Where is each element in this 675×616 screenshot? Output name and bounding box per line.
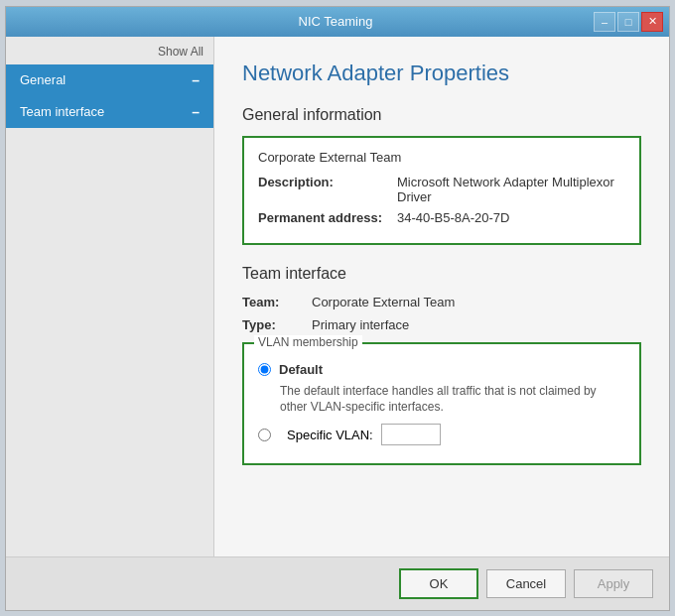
- description-value: Microsoft Network Adapter Multiplexor Dr…: [397, 175, 625, 204]
- footer: OK Cancel Apply: [6, 556, 669, 610]
- page-title: Network Adapter Properties: [242, 61, 641, 86]
- vlan-box: VLAN membership Default The default inte…: [242, 342, 641, 466]
- description-row: Description: Microsoft Network Adapter M…: [258, 175, 625, 204]
- specific-vlan-option: Specific VLAN:: [258, 424, 625, 445]
- general-info-box: Corporate External Team Description: Mic…: [242, 136, 641, 245]
- content-area: Show All General – Team interface – Netw…: [6, 37, 669, 556]
- sidebar-general-icon: –: [192, 72, 200, 88]
- window-title: NIC Teaming: [77, 14, 594, 29]
- default-radio[interactable]: [258, 363, 271, 376]
- sidebar-general-label: General: [20, 72, 66, 87]
- team-section-title: Team interface: [242, 265, 641, 283]
- apply-button[interactable]: Apply: [574, 569, 653, 598]
- adapter-name: Corporate External Team: [258, 150, 625, 165]
- permanent-address-label: Permanent address:: [258, 210, 397, 225]
- show-all-label[interactable]: Show All: [6, 41, 213, 64]
- type-value: Primary interface: [312, 317, 409, 332]
- default-description: The default interface handles all traffi…: [280, 383, 625, 417]
- type-row: Type: Primary interface: [242, 317, 641, 332]
- specific-vlan-input[interactable]: [381, 424, 441, 445]
- default-radio-label[interactable]: Default: [279, 362, 323, 377]
- default-radio-option: Default: [258, 362, 625, 377]
- minimize-button[interactable]: –: [594, 12, 615, 32]
- type-label: Type:: [242, 317, 312, 332]
- titlebar-buttons: – □ ✕: [594, 12, 663, 32]
- main-window: NIC Teaming – □ ✕ Show All General – Tea…: [5, 6, 670, 611]
- titlebar: NIC Teaming – □ ✕: [6, 7, 669, 37]
- permanent-address-row: Permanent address: 34-40-B5-8A-20-7D: [258, 210, 625, 225]
- vlan-radio-group: Default The default interface handles al…: [258, 362, 625, 446]
- specific-radio-label[interactable]: Specific VLAN:: [287, 428, 373, 442]
- ok-button[interactable]: OK: [399, 568, 478, 599]
- close-button[interactable]: ✕: [641, 12, 663, 32]
- general-section-title: General information: [242, 106, 641, 124]
- sidebar-team-icon: –: [192, 104, 200, 120]
- vlan-legend: VLAN membership: [254, 335, 362, 349]
- permanent-address-value: 34-40-B5-8A-20-7D: [397, 210, 509, 225]
- team-row: Team: Corporate External Team: [242, 295, 641, 309]
- maximize-button[interactable]: □: [617, 12, 639, 32]
- sidebar: Show All General – Team interface –: [6, 37, 214, 556]
- main-content: Network Adapter Properties General infor…: [214, 37, 669, 556]
- team-label: Team:: [242, 295, 312, 309]
- sidebar-item-team-interface[interactable]: Team interface –: [6, 96, 213, 128]
- cancel-button[interactable]: Cancel: [486, 569, 566, 598]
- specific-radio[interactable]: [258, 429, 271, 441]
- team-value: Corporate External Team: [312, 295, 455, 309]
- sidebar-team-label: Team interface: [20, 104, 104, 119]
- description-label: Description:: [258, 175, 397, 204]
- sidebar-item-general[interactable]: General –: [6, 64, 213, 96]
- team-section: Team interface Team: Corporate External …: [242, 265, 641, 466]
